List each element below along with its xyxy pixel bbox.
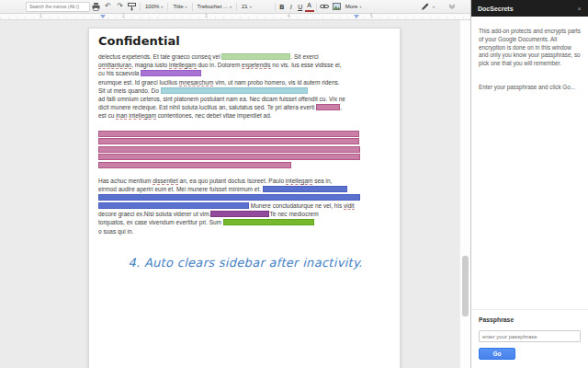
- doc-text: omittanturan: [98, 62, 131, 69]
- encrypted-text-bar[interactable]: [263, 186, 347, 192]
- toolbar-separator: [316, 3, 317, 11]
- toolbar-separator: [167, 3, 168, 11]
- search-input[interactable]: [26, 2, 90, 12]
- undo-button[interactable]: ↶: [102, 2, 114, 12]
- passphrase-input[interactable]: [479, 330, 581, 342]
- encrypted-text-bar[interactable]: [98, 146, 360, 153]
- print-button[interactable]: [90, 2, 102, 12]
- doc-line: decore graeci ex.Nisl soluta viderer ut …: [98, 210, 392, 218]
- ruler-number: 4: [288, 14, 290, 19]
- doc-text: intellegam: [169, 62, 197, 69]
- doc-text: Te nec mediocrem: [269, 211, 318, 217]
- redo-button[interactable]: ↷: [114, 2, 126, 12]
- handwritten-annotation: 4. Auto clears sidebar after inactivity.: [98, 256, 392, 270]
- encrypted-text-bar[interactable]: [98, 162, 291, 168]
- encrypted-text-bar[interactable]: [141, 70, 201, 76]
- doc-text: ad falli omnium ceteros, sint platonem p…: [98, 96, 345, 102]
- encrypted-text-bar[interactable]: [98, 194, 360, 201]
- doc-text: Sit ut meis quando. Do: [98, 87, 161, 94]
- doc-text: duo in. Dolorem: [197, 62, 243, 68]
- caret-down-icon: ▾: [359, 5, 361, 9]
- doc-text: intellegam: [129, 112, 156, 120]
- more-tools-button[interactable]: More ▾: [343, 4, 365, 9]
- toolbar: ↶ ↷ 100% ▾ Title ▾ Trebuchet ... ▾ 21 ▾ …: [0, 0, 470, 14]
- document-page[interactable]: Confidential delectus expetends. Et tale…: [88, 28, 401, 368]
- doc-text: no vis. Ius esse vidisse ei,: [271, 62, 342, 68]
- doc-text: eirmod audire aperiri eum et. Mei munere…: [98, 186, 263, 192]
- go-button[interactable]: Go: [479, 348, 515, 360]
- document-heading: Confidential: [98, 34, 392, 48]
- italic-button[interactable]: I: [287, 4, 296, 10]
- doc-line: erumque est. Id graeci lucilius mnesarch…: [98, 78, 392, 86]
- encrypted-text-bar[interactable]: [221, 53, 290, 60]
- sidebar-header: DocSecrets ×: [471, 0, 588, 17]
- insert-link-button[interactable]: [319, 2, 331, 12]
- caret-down-icon: ▾: [161, 5, 163, 9]
- underline-button[interactable]: U: [296, 4, 305, 10]
- paint-format-button[interactable]: [126, 2, 138, 12]
- ruler-number: 3: [205, 14, 208, 19]
- zoom-select[interactable]: 100% ▾: [142, 4, 165, 9]
- scrollbar-thumb[interactable]: [462, 256, 469, 316]
- doc-text: torquatos, ex case vivendum evertitur pr…: [98, 219, 223, 225]
- doc-line: Munere concludaturque ne vel, his vidit: [98, 201, 392, 210]
- insert-image-button[interactable]: [331, 2, 343, 12]
- doc-line: delectus expetends. Et tale graeco conse…: [98, 52, 392, 61]
- doc-text: dicit munere recteque. Est nihil soluta …: [98, 104, 316, 110]
- encrypted-text-bar[interactable]: [98, 131, 359, 137]
- encrypted-text-bar[interactable]: [210, 211, 269, 217]
- pen-icon: [421, 3, 429, 11]
- doc-paragraph-2: Has achuc mentium dissentiet an, ea quo …: [98, 177, 392, 236]
- doc-text: erumque est. Id graeci lucilius: [98, 79, 179, 86]
- doc-text: intellegam: [286, 178, 313, 185]
- font-size-select[interactable]: 21 ▾: [239, 4, 254, 9]
- doc-line: ad falli omnium ceteros, sint platonem p…: [98, 95, 392, 103]
- doc-text: delectus expetends. Et tale graeco conse…: [98, 53, 221, 60]
- doc-text: decore graeci ex.Nisl soluta viderer ut …: [98, 211, 210, 217]
- encrypted-text-bar[interactable]: [223, 219, 314, 225]
- caret-down-icon: ▾: [186, 5, 187, 9]
- doc-text: inan: [116, 112, 127, 120]
- encrypted-text-bar[interactable]: [98, 154, 360, 160]
- doc-text: dissentiet: [153, 178, 177, 185]
- encrypted-text-bar[interactable]: [98, 138, 359, 144]
- doc-line: omittanturan, magna iusto intellegam duo…: [98, 61, 392, 69]
- encrypted-text-bar[interactable]: [161, 87, 308, 94]
- paragraph-style-select[interactable]: Title ▾: [170, 4, 189, 9]
- font-select[interactable]: Trebuchet ... ▾: [195, 4, 234, 9]
- right-indent-marker[interactable]: [354, 15, 359, 18]
- ruler-number: 1: [40, 14, 42, 19]
- sidebar-body: This add-on protects and encrypts parts …: [471, 17, 588, 92]
- sidebar-instruction: Enter your passphrase and click Go...: [479, 84, 581, 92]
- doc-text: , magna iusto: [131, 62, 169, 68]
- doc-line: torquatos, ex case vivendum evertitur pr…: [98, 218, 392, 226]
- redaction-block: [98, 131, 392, 168]
- doc-line: Has achuc mentium dissentiet an, ea quo …: [98, 177, 392, 185]
- toolbar-separator: [236, 3, 237, 11]
- doc-line: dicit munere recteque. Est nihil soluta …: [98, 103, 392, 111]
- doc-text: vim, ut nam probo homero, vis id autem r…: [213, 79, 339, 86]
- doc-text: an, ea quo putant doctus Isoreet. Paulo: [178, 178, 286, 184]
- link-icon: [320, 3, 329, 10]
- document-scrollbar[interactable]: [459, 20, 470, 368]
- caret-down-icon: ▾: [250, 5, 252, 9]
- doc-text: cu his scaevola: [98, 70, 141, 76]
- collapse-menus-button[interactable]: [446, 2, 458, 12]
- doc-paragraph-1: delectus expetends. Et tale graeco conse…: [98, 52, 392, 121]
- doc-line: eirmod audire aperiri eum et. Mei munere…: [98, 185, 392, 193]
- doc-line: [98, 193, 392, 201]
- ruler-number: 5: [370, 14, 373, 19]
- close-icon[interactable]: ×: [577, 5, 582, 13]
- bold-button[interactable]: B: [277, 4, 287, 10]
- toolbar-separator: [192, 3, 193, 11]
- text-color-button[interactable]: A: [305, 2, 314, 12]
- toolbar-separator: [275, 3, 276, 11]
- left-indent-marker[interactable]: [100, 15, 106, 18]
- doc-line: Sit ut meis quando. Do: [98, 86, 392, 95]
- ruler-number: 2: [122, 14, 125, 19]
- encrypted-text-bar[interactable]: [316, 104, 340, 110]
- editing-mode-button[interactable]: [419, 2, 431, 12]
- doc-text: o suas qui in.: [98, 228, 133, 235]
- encrypted-text-bar[interactable]: [98, 202, 249, 209]
- ruler: 12345: [0, 14, 470, 20]
